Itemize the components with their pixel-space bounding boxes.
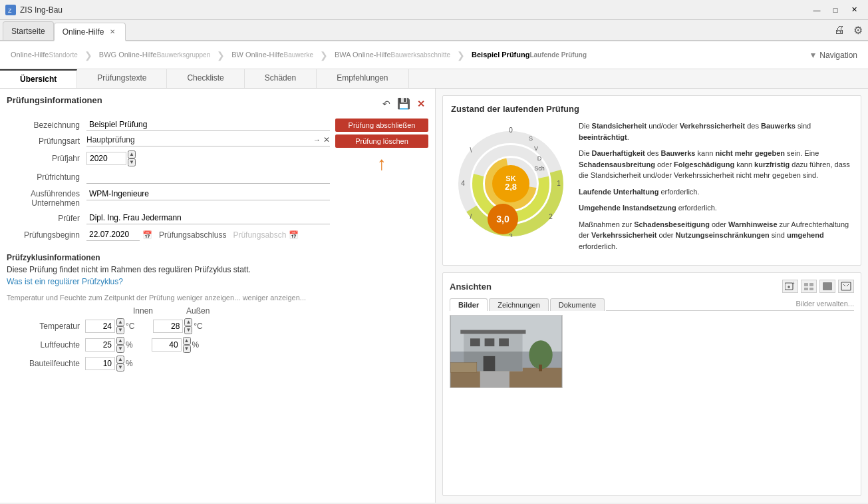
- zustand-p4: Umgehende Instandsetzung erforderlich.: [579, 202, 853, 214]
- temp-innen-group: ▲ ▼ °C: [85, 318, 134, 334]
- svg-rect-46: [484, 356, 496, 372]
- image-add-icon[interactable]: +: [782, 280, 798, 293]
- breadcrumb-sub: Laufende Prüfung: [529, 51, 587, 59]
- temp-title-text: Temperatur und Feuchte zum Zeitpunkt der…: [7, 294, 175, 302]
- prufzyklus-link[interactable]: Was ist ein regulärer Prüfzyklus?: [7, 277, 123, 286]
- upload-arrow-icon: ↑: [335, 153, 428, 174]
- settings-button[interactable]: ⚙: [851, 23, 865, 37]
- tab-label: Online-Hilfe: [63, 27, 104, 37]
- calendar-end-icon[interactable]: 📅: [289, 230, 299, 240]
- prufjahr-field: ▲ ▼: [86, 150, 136, 166]
- image-fullscreen-icon[interactable]: [838, 280, 854, 293]
- prufer-input[interactable]: [86, 212, 330, 224]
- tab-ubersicht[interactable]: Übersicht: [0, 69, 77, 88]
- image-grid: [450, 315, 854, 388]
- breadcrumb-item-bw[interactable]: BW Online-Hilfe Bauwerke: [226, 49, 319, 61]
- prufungsbeginn-label: Prüfungsbeginn: [7, 230, 86, 240]
- print-button[interactable]: 🖨: [832, 23, 847, 37]
- calendar-begin-icon[interactable]: 📅: [142, 230, 152, 240]
- svg-text:+: +: [792, 282, 795, 286]
- save-button[interactable]: 💾: [396, 97, 411, 111]
- tab-empfehlungen[interactable]: Empfehlungen: [317, 69, 408, 88]
- temp-innen-down[interactable]: ▼: [116, 326, 124, 334]
- prufjahr-input[interactable]: [86, 152, 126, 165]
- bauteil-innen-up[interactable]: ▲: [116, 356, 124, 364]
- tab-schaden[interactable]: Schäden: [245, 69, 317, 88]
- breadcrumb-item-beispiel[interactable]: Beispiel Prüfung Laufende Prüfung: [466, 49, 592, 61]
- breadcrumb-item-bwa[interactable]: BWA Online-Hilfe Bauwerksabschnitte: [329, 49, 456, 61]
- luft-aussen-down[interactable]: ▼: [183, 345, 191, 353]
- nav-dropdown-icon: ▼: [809, 51, 817, 60]
- prufungsart-row: Prüfungsart Hauptprüfung → ✕: [7, 135, 330, 146]
- breadcrumb-label: BW Online-Hilfe: [231, 50, 283, 59]
- image-medium-icon[interactable]: [801, 280, 817, 293]
- luft-innen-up[interactable]: ▲: [116, 337, 124, 345]
- breadcrumb-label: BWA Online-Hilfe: [335, 50, 391, 59]
- col-innen: Innen: [133, 306, 153, 316]
- luft-innen-down[interactable]: ▼: [116, 345, 124, 353]
- minimize-button[interactable]: —: [808, 3, 825, 17]
- ausfuhrendes-input[interactable]: [86, 188, 330, 200]
- abschliessen-button[interactable]: Prüfung abschließen: [335, 119, 428, 132]
- luft-aussen-group: ▲ ▼ %: [152, 337, 200, 353]
- bilder-verwalten-link[interactable]: Bilder verwalten...: [796, 298, 854, 310]
- close-panel-button[interactable]: ✕: [414, 97, 428, 111]
- loschen-button[interactable]: Prüfung löschen: [335, 134, 428, 148]
- temp-aussen-input[interactable]: [153, 320, 183, 333]
- date-begin-input[interactable]: [86, 228, 140, 241]
- bauteil-innen-down[interactable]: ▼: [116, 364, 124, 372]
- undo-button[interactable]: ↶: [379, 97, 394, 111]
- nav-label: Navigation: [819, 51, 857, 60]
- tab-checkliste[interactable]: Checkliste: [167, 69, 244, 88]
- ausfuhrendes-label: AusführendesUnternehmen: [7, 188, 86, 208]
- prufjahr-up[interactable]: ▲: [128, 150, 136, 158]
- temp-row-luftfeuchte: Luftfeuchte ▲ ▼ % ▲ ▼: [20, 337, 428, 353]
- prufungsart-label: Prüfungsart: [7, 136, 86, 146]
- tab-bilder[interactable]: Bilder: [450, 298, 488, 311]
- temp-aussen-down[interactable]: ▼: [184, 326, 192, 334]
- prufer-row: Prüfer: [7, 212, 330, 224]
- clear-icon[interactable]: ✕: [323, 135, 330, 144]
- temp-innen-up[interactable]: ▲: [116, 318, 124, 326]
- tab-prufungstexte[interactable]: Prüfungstexte: [77, 69, 167, 88]
- tab-startseite[interactable]: Startseite: [3, 21, 54, 40]
- prufzyklus-text: Diese Prüfung findet nicht im Rahmen des…: [7, 265, 428, 274]
- image-thumb-1[interactable]: [450, 315, 563, 388]
- tab-zeichnungen[interactable]: Zeichnungen: [489, 298, 549, 311]
- prufjahr-label: Prüfjahr: [7, 154, 86, 163]
- svg-text:Sch: Sch: [534, 165, 545, 172]
- donut-chart: SK 2,8 S V D Sch 0 1 3 4 2: [451, 121, 571, 237]
- bauteil-innen-group: ▲ ▼ %: [85, 356, 133, 372]
- breadcrumb-item-online-hilfe[interactable]: Online-Hilfe Standorte: [5, 49, 83, 61]
- image-large-icon[interactable]: [819, 280, 835, 293]
- svg-text:D: D: [537, 155, 542, 162]
- prufer-label: Prüfer: [7, 214, 86, 223]
- maximize-button[interactable]: □: [827, 3, 844, 17]
- luft-aussen-input[interactable]: [152, 338, 182, 352]
- tab-online-hilfe[interactable]: Online-Hilfe ✕: [54, 23, 126, 41]
- temp-aussen-up[interactable]: ▲: [184, 318, 192, 326]
- panel-title: Prüfungsinformationen: [7, 95, 102, 105]
- temp-innen-input[interactable]: [85, 320, 115, 333]
- temp-col-headers: Innen Außen: [133, 306, 428, 316]
- bauteil-innen-input[interactable]: [85, 357, 115, 370]
- svg-rect-45: [499, 338, 509, 346]
- temp-toggle-label[interactable]: weniger anzeigen...: [243, 294, 306, 302]
- prufzyklus-title: Prüfzyklusinformationen: [7, 253, 428, 262]
- luft-aussen-up[interactable]: ▲: [183, 337, 191, 345]
- bezeichnung-input[interactable]: [86, 119, 330, 131]
- breadcrumb-nav[interactable]: ▼ Navigation: [809, 51, 863, 60]
- breadcrumb-arrow-2: ❯: [217, 50, 225, 61]
- breadcrumb-item-bwg[interactable]: BWG Online-Hilfe Bauwerksgruppen: [94, 49, 216, 61]
- luft-innen-input[interactable]: [85, 338, 115, 352]
- prufungsabschluss-label: Prüfungsabschluss: [159, 230, 226, 240]
- close-button[interactable]: ✕: [845, 3, 863, 17]
- panel-header-icons: ↶ 💾 ✕: [379, 97, 428, 111]
- tab-dokumente[interactable]: Dokumente: [550, 298, 605, 311]
- luft-aussen-spinner: ▲ ▼: [183, 337, 191, 353]
- temp-toggle[interactable]: weniger anzeigen...: [177, 294, 240, 302]
- svg-rect-48: [539, 365, 542, 372]
- prufjahr-down[interactable]: ▼: [128, 158, 136, 166]
- building-image: [450, 316, 562, 387]
- tab-close-icon[interactable]: ✕: [108, 27, 117, 36]
